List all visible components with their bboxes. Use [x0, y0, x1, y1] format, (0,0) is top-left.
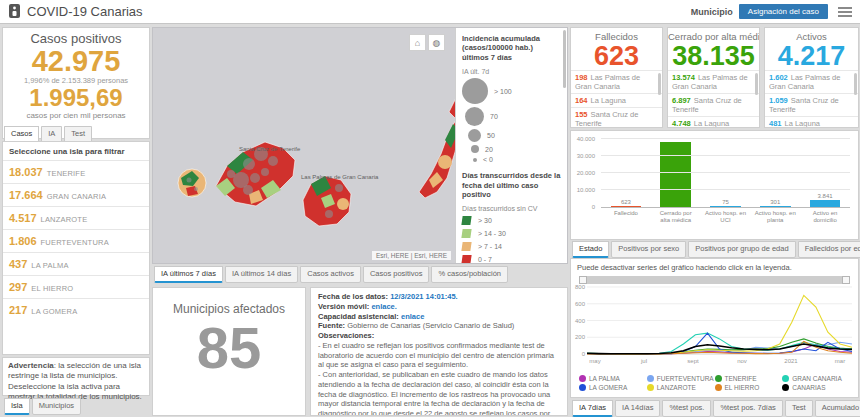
tab-casos-positivos-map[interactable]: Casos positivos	[363, 266, 430, 283]
slider-handle-right[interactable]	[842, 276, 850, 284]
data-info-card: Fecha de los datos: 12/3/2021 14:01:45. …	[310, 287, 568, 416]
time-range-slider[interactable]	[579, 276, 850, 284]
svg-text:jul: jul	[640, 358, 647, 364]
svg-text:600: 600	[575, 301, 586, 307]
legend-dot-icon	[647, 384, 654, 391]
bar-1[interactable]	[655, 139, 697, 207]
map-home-icon[interactable]: ⌂	[409, 34, 426, 51]
tab-ia-7dias[interactable]: IA 7días	[572, 400, 613, 417]
tab-fallecidos-edad-sexo[interactable]: Fallecidos por edad y sexo	[798, 241, 860, 258]
cv-swatch-icon	[461, 255, 471, 263]
island-gran-canaria-shape[interactable]	[303, 176, 351, 226]
legend-cv-7-14: > 7 - 14	[462, 242, 561, 251]
municipios-afectados-value: 85	[153, 316, 305, 380]
legend-title: Incidencia acumulada (casos/100000 hab.)…	[462, 34, 561, 62]
capacity-link[interactable]: enlace	[401, 312, 424, 321]
legend-bubble-50: 50	[462, 129, 561, 142]
tab-test[interactable]: Test	[785, 400, 813, 417]
line-chart-legend: LA PALMAFUERTEVENTURATENERIFEGRAN CANARI…	[579, 375, 850, 391]
bar-chart-tabs: Estado Positivos por sexo Positivos por …	[572, 241, 860, 258]
tab-casos-poblacion-map[interactable]: % casos/población	[431, 266, 508, 283]
warning-bold: Advertencia	[8, 361, 54, 370]
tab-ia-14dias[interactable]: IA 14días	[615, 400, 660, 417]
legend-item-fuerteventura[interactable]: FUERTEVENTURA	[647, 375, 715, 382]
legend-item-lanzarote[interactable]: LANZAROTE	[647, 384, 715, 391]
tab-casos-activos-map[interactable]: Casos activos	[300, 266, 361, 283]
bubble-icon	[473, 158, 477, 162]
stat-scrollbar[interactable]	[854, 73, 857, 95]
stat-row: 1.602Las Palmas de Gran Canaria	[765, 70, 858, 93]
island-row-lanzarote[interactable]: 4.517 LANZAROTE	[3, 206, 149, 229]
legend-item-gran-canaria[interactable]: GRAN CANARIA	[782, 375, 850, 382]
island-row-el-hierro[interactable]: 297 EL HIERRO	[3, 275, 149, 298]
source-label: Fuente:	[318, 321, 345, 330]
legend-cv-14-30: > 14 - 30	[462, 229, 561, 238]
bar-2[interactable]: 75	[704, 139, 746, 207]
legend-dot-icon	[715, 375, 722, 382]
observation-2: - Con anterioridad, se publicaban en est…	[318, 370, 560, 416]
tab-ia-7dias-map[interactable]: IA últimos 7 días	[154, 266, 223, 283]
legend-item-tenerife[interactable]: TENERIFE	[715, 375, 783, 382]
legend-item-el-hierro[interactable]: EL HIERRO	[715, 384, 783, 391]
stat-scrollbar[interactable]	[755, 73, 758, 95]
map-panel[interactable]: Santa Cruz de Tenerife Las Palmas de Gra…	[152, 27, 568, 264]
svg-text:mar: mar	[835, 358, 845, 364]
stat-row: 13.574Las Palmas de Gran Canaria	[668, 70, 759, 93]
line-chart-tabs: IA 7días IA 14días %test pos. %test pos.…	[572, 400, 860, 417]
observations-title: Observaciones:	[318, 331, 374, 340]
legend-item-la-gomera[interactable]: LA GOMERA	[579, 384, 647, 391]
stat-row: 4.748La Laguna	[668, 116, 759, 128]
tab-ia-14dias-map[interactable]: IA últimos 14 días	[225, 266, 298, 283]
stat-row: 1.059Santa Cruz de Tenerife	[765, 93, 858, 116]
slider-handle-left[interactable]	[579, 276, 587, 284]
tab-positivos-sexo[interactable]: Positivos por sexo	[611, 241, 686, 258]
tab-acumulado[interactable]: Acumulado	[815, 400, 860, 417]
bar-0[interactable]: 623	[605, 139, 647, 207]
bar-4[interactable]: 3.841	[804, 139, 846, 207]
fallecidos-value: 623	[571, 42, 662, 70]
legend-bubble-0: < 0	[462, 156, 561, 163]
bar-category-label: Activo en domicilio	[804, 210, 846, 224]
legend-dot-icon	[782, 375, 789, 382]
tab-municipios[interactable]: Municipios	[32, 398, 81, 415]
line-chart-svg: 0200400600800mayjulseptnov2021mar	[571, 284, 856, 370]
tab-estado[interactable]: Estado	[572, 241, 609, 258]
stat-scrollbar[interactable]	[658, 73, 661, 95]
legend-item-canarias[interactable]: CANARIAS	[782, 384, 850, 391]
stat-row: 6.897Santa Cruz de Tenerife	[668, 93, 759, 116]
date-label: Fecha de los datos:	[318, 292, 388, 301]
source-value: Gobierno de Canarias (Servicio Canario d…	[347, 321, 514, 330]
tab-test-pos-7dias[interactable]: %test pos. 7días	[713, 400, 782, 417]
stat-row: 481La Laguna	[765, 116, 858, 128]
stat-row: 164La Laguna	[571, 93, 662, 107]
tab-test-pos[interactable]: %test pos.	[662, 400, 711, 417]
activos-value: 4.217	[765, 42, 858, 70]
tab-positivos-edad[interactable]: Positivos por grupo de edad	[688, 241, 795, 258]
ia-line-chart-card: Puede desactivar series del gráfico haci…	[570, 258, 859, 398]
menu-icon[interactable]	[838, 7, 852, 17]
stat-row: 155Santa Cruz de Tenerife	[571, 107, 662, 128]
island-row-la-gomera[interactable]: 217 LA GOMERA	[3, 298, 149, 321]
island-row-tenerife[interactable]: 18.037 TENERIFE	[3, 160, 149, 183]
asignacion-del-caso-button[interactable]: Asignación del caso	[739, 4, 828, 19]
svg-text:sept: sept	[687, 358, 699, 364]
fallecidos-card: Fallecidos 623 198Las Palmas de Gran Can…	[570, 27, 663, 128]
island-row-gran-canaria[interactable]: 17.664 GRAN CANARIA	[3, 183, 149, 206]
island-la-gomera-shape[interactable]	[178, 169, 206, 197]
legend-bubble-20: 20	[462, 145, 561, 153]
app-header: COVID-19 Canarias Municipio Asignación d…	[0, 0, 860, 24]
tab-isla[interactable]: Isla	[4, 398, 30, 415]
island-row-la-palma[interactable]: 437 LA PALMA	[3, 252, 149, 275]
island-filter-header: Seleccione una isla para filtrar	[3, 142, 149, 160]
casos-positivos-title: Casos positivos	[3, 31, 149, 46]
island-row-fuerteventura[interactable]: 1.806 FUERTEVENTURA	[3, 229, 149, 252]
legend-scrollbar[interactable]	[563, 30, 566, 88]
map-basemap-icon[interactable]: ◍	[428, 34, 445, 51]
line-chart-note: Puede desactivar series del gráfico haci…	[571, 259, 858, 274]
map-label-las-palmas: Las Palmas de Gran Canaria	[301, 174, 379, 180]
bar-3[interactable]: 301	[754, 139, 796, 207]
mobile-link[interactable]: enlace.	[371, 302, 396, 311]
legend-cv-0-7: 0 - 7	[462, 255, 561, 263]
municipios-afectados-card: Municipios afectados 85	[152, 287, 306, 416]
legend-item-la-palma[interactable]: LA PALMA	[579, 375, 647, 382]
